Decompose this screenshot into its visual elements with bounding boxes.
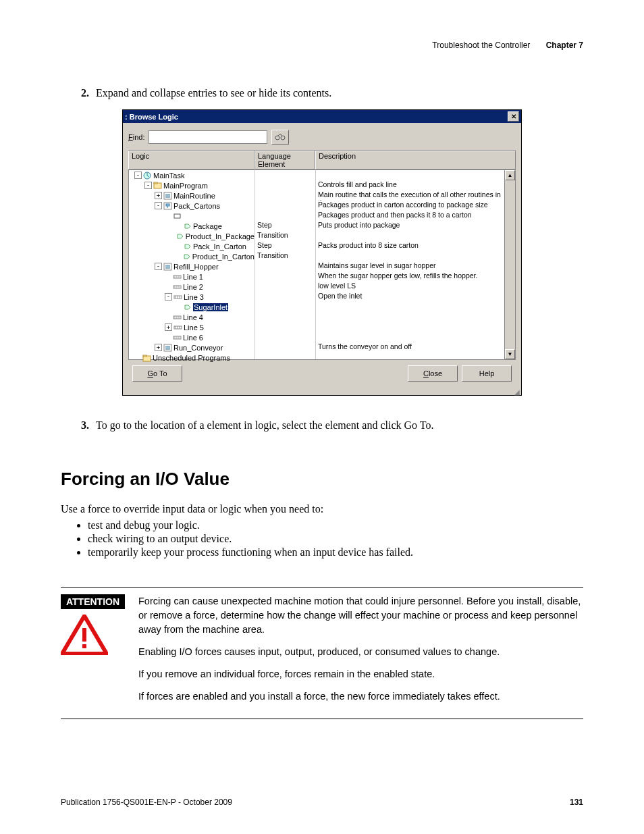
tree-label: Pack_Cartons bbox=[173, 202, 220, 210]
collapse-icon[interactable]: - bbox=[155, 202, 162, 209]
tree-label: MainTask bbox=[153, 172, 184, 180]
lang-cell bbox=[255, 190, 315, 201]
lang-cell bbox=[255, 353, 315, 363]
tree-label: Unscheduled Programs bbox=[153, 354, 230, 362]
lang-cell bbox=[255, 342, 315, 353]
svg-point-1 bbox=[281, 136, 285, 140]
desc-cell: Controls fill and pack line bbox=[316, 180, 504, 190]
rung-icon bbox=[173, 273, 182, 281]
rung-icon bbox=[173, 334, 182, 342]
tree-label: Line 3 bbox=[184, 293, 204, 301]
rung-icon bbox=[173, 313, 182, 321]
close-icon[interactable]: ✕ bbox=[508, 111, 519, 122]
lang-cell bbox=[255, 201, 315, 211]
tree-label: Refill_Hopper bbox=[173, 263, 219, 271]
tree-row[interactable]: Line 1 bbox=[129, 271, 254, 282]
collapse-icon[interactable]: - bbox=[155, 263, 162, 270]
lang-cell bbox=[255, 170, 315, 180]
attention-p2: Enabling I/O forces causes input, output… bbox=[138, 645, 583, 659]
step-2-text: Expand and collapse entries to see or hi… bbox=[96, 87, 331, 99]
rung-icon bbox=[173, 283, 182, 291]
desc-cell: When the sugar hopper gets low, refills … bbox=[316, 271, 504, 282]
desc-cell: Packages product and then packs it 8 to … bbox=[316, 211, 504, 221]
tree-row[interactable]: -Refill_Hopper bbox=[129, 261, 254, 271]
desc-cell: Packs product into 8 size carton bbox=[316, 241, 504, 251]
tree-row[interactable]: -Pack_Cartons bbox=[129, 201, 254, 211]
tree-row[interactable]: Line 6 bbox=[129, 332, 254, 342]
tree-row[interactable]: Line 4 bbox=[129, 312, 254, 322]
tree-row[interactable]: +Run_Conveyor bbox=[129, 342, 254, 353]
expand-icon[interactable]: + bbox=[155, 344, 162, 351]
find-input[interactable] bbox=[149, 130, 267, 144]
step-icon bbox=[183, 303, 192, 311]
expand-icon[interactable]: + bbox=[165, 323, 172, 331]
close-button[interactable]: Close bbox=[408, 365, 458, 382]
browse-logic-dialog: : Browse Logic ✕ Find: Logic Language El… bbox=[122, 109, 522, 396]
desc-cell bbox=[316, 302, 504, 312]
tree-label: MainProgram bbox=[163, 182, 208, 190]
lang-cell: Step bbox=[255, 241, 315, 251]
tree-label: Product_In_Package bbox=[186, 232, 254, 240]
lang-cell bbox=[255, 332, 315, 342]
tree-label: SugarInlet bbox=[193, 303, 228, 311]
tree-row[interactable]: -MainProgram bbox=[129, 180, 254, 190]
routine-icon bbox=[163, 192, 172, 200]
tree-row[interactable]: +MainRoutine bbox=[129, 190, 254, 201]
tree-row[interactable]: Product_In_Package bbox=[129, 231, 254, 241]
header-language-element[interactable]: Language Element bbox=[254, 151, 315, 170]
lang-cell bbox=[255, 322, 315, 332]
tree-row[interactable]: -Line 3 bbox=[129, 292, 254, 302]
desc-cell: Open the inlet bbox=[316, 292, 504, 302]
tree-row[interactable]: +Line 5 bbox=[129, 322, 254, 332]
header-logic[interactable]: Logic bbox=[128, 151, 254, 170]
resize-grip-icon[interactable]: ◢ bbox=[123, 390, 521, 395]
svg-rect-4 bbox=[154, 182, 157, 184]
step-3-text: To go to the location of a element in lo… bbox=[96, 419, 433, 432]
tree-label: MainRoutine bbox=[173, 192, 215, 200]
header-description[interactable]: Description bbox=[315, 151, 516, 170]
vertical-scrollbar[interactable]: ▲ ▼ bbox=[504, 170, 515, 359]
lang-cell bbox=[255, 312, 315, 322]
tree-row[interactable]: Package bbox=[129, 221, 254, 231]
svg-rect-21 bbox=[82, 644, 86, 648]
help-button[interactable]: Help bbox=[462, 365, 512, 382]
dialog-title-text: : Browse Logic bbox=[125, 113, 178, 121]
header-section: Troubleshoot the Controller bbox=[432, 41, 530, 50]
tree-row[interactable] bbox=[129, 211, 254, 221]
scroll-down-icon[interactable]: ▼ bbox=[505, 349, 515, 359]
lang-cell bbox=[255, 271, 315, 282]
lang-cell bbox=[255, 211, 315, 221]
desc-cell bbox=[316, 231, 504, 241]
svg-point-0 bbox=[275, 136, 279, 140]
tree-row[interactable]: Product_In_Carton bbox=[129, 251, 254, 261]
tree-row[interactable]: Pack_In_Carton bbox=[129, 241, 254, 251]
collapse-icon[interactable]: - bbox=[144, 182, 152, 189]
tree-row[interactable]: Unscheduled Programs bbox=[129, 353, 254, 363]
tree-row[interactable]: SugarInlet bbox=[129, 302, 254, 312]
goto-button[interactable]: Go To bbox=[132, 365, 182, 382]
collapse-icon[interactable]: - bbox=[165, 293, 172, 301]
attention-callout: ATTENTION Forcing can cause unexpected m… bbox=[61, 587, 583, 719]
desc-cell: Packages product in carton according to … bbox=[316, 201, 504, 211]
task-icon bbox=[143, 172, 152, 180]
bullet-item: temporarily keep your process functionin… bbox=[88, 546, 583, 558]
lang-cell: Transition bbox=[255, 231, 315, 241]
tree-row[interactable]: -MainTask bbox=[129, 170, 254, 180]
find-binoculars-button[interactable] bbox=[271, 130, 289, 145]
scroll-up-icon[interactable]: ▲ bbox=[505, 170, 515, 180]
page-footer: Publication 1756-QS001E-EN-P - October 2… bbox=[61, 798, 583, 807]
desc-cell bbox=[316, 353, 504, 363]
step-icon bbox=[182, 253, 191, 261]
expand-icon[interactable]: + bbox=[155, 192, 162, 199]
tree-row[interactable]: Line 2 bbox=[129, 282, 254, 292]
tree-label: Package bbox=[193, 222, 222, 230]
desc-cell: Turns the conveyor on and off bbox=[316, 342, 504, 353]
intro-paragraph: Use a force to override input data or lo… bbox=[61, 503, 583, 515]
step-2: 2. Expand and collapse entries to see or… bbox=[81, 87, 583, 99]
lang-cell bbox=[255, 292, 315, 302]
find-label: Find: bbox=[128, 133, 144, 141]
svg-rect-7 bbox=[166, 204, 169, 206]
lang-cell: Transition bbox=[255, 251, 315, 261]
collapse-icon[interactable]: - bbox=[134, 172, 142, 179]
lang-cell bbox=[255, 302, 315, 312]
